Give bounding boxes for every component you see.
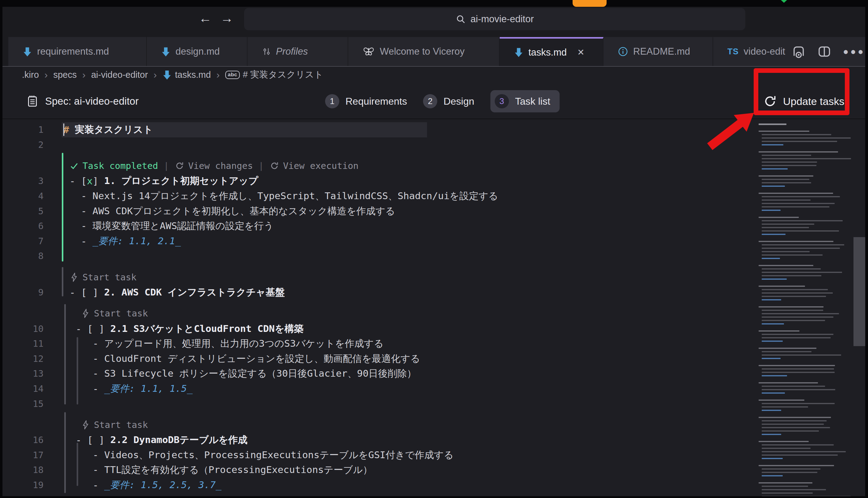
tab-bar: requirements.mddesign.mdProfilesWelcome … [2, 37, 865, 66]
editor-actions: ●●● [786, 37, 865, 66]
editor-line[interactable]: 12- CloudFront ディストリビューションを設定し、動画配信を最適化す… [2, 351, 865, 366]
task-block-guide [77, 337, 78, 404]
editor-line[interactable]: 20 [2, 493, 865, 496]
line-number: 1 [2, 124, 43, 135]
screen: ← → ai-movie-editor requirements.mddesig… [0, 0, 868, 498]
kiro-editor-window: ← → ai-movie-editor requirements.mddesig… [2, 7, 865, 496]
view-sync-icon [269, 161, 279, 171]
breadcrumb-separator: › [216, 69, 220, 81]
spec-title-label: Spec: ai-video-editor [45, 95, 139, 107]
menubar-orange-indicator [573, 0, 607, 7]
info-icon [618, 46, 628, 57]
lens-action-start-task[interactable]: Start task [69, 272, 137, 283]
notepad-icon [27, 95, 38, 108]
line-number: 12 [2, 354, 43, 364]
tab-profiles[interactable]: Profiles [247, 37, 348, 66]
line-number: 13 [2, 368, 43, 379]
editor-line[interactable]: 6- 環境変数管理とAWS認証情報の設定を行う [2, 219, 865, 234]
task-block-guide [64, 412, 66, 493]
editor-line[interactable]: 9- [ ] 2. AWS CDK インフラストラクチャ基盤 [2, 285, 865, 300]
screencast-icon[interactable] [791, 44, 806, 59]
line-number: 9 [2, 287, 43, 298]
editor-line[interactable]: 14- _要件: 1.1, 1.5_ [2, 381, 865, 396]
editor-line[interactable]: 2 [2, 137, 865, 153]
step-label: Task list [515, 96, 550, 107]
line-number: 4 [2, 191, 43, 201]
code-lens-row: Start task [2, 411, 865, 433]
editor-line[interactable]: 10- [ ] 2.1 S3バケットとCloudFront CDNを構築 [2, 321, 865, 336]
tab-tasks-md[interactable]: tasks.md✕ [500, 37, 603, 66]
tab-readme-md[interactable]: README.md [603, 37, 713, 66]
lens-action-view-changes[interactable]: View changes [175, 160, 253, 171]
breadcrumb-item[interactable]: tasks.md [162, 70, 211, 80]
editor-pane[interactable]: 1# 実装タスクリスト2Task completed|View changes|… [2, 120, 865, 496]
editor-scrollbar[interactable] [854, 237, 865, 346]
more-actions-icon[interactable]: ●●● [843, 46, 865, 57]
tab-video-edit[interactable]: TSvideo-edit [713, 37, 793, 66]
lens-separator: | [162, 160, 170, 171]
start-task-bolt-icon [81, 420, 90, 430]
close-tab-icon[interactable]: ✕ [577, 47, 584, 57]
line-number: 11 [2, 338, 43, 349]
editor-line[interactable]: 3- [x] 1. プロジェクト初期セットアップ [2, 173, 865, 189]
breadcrumb-item[interactable]: specs [53, 70, 77, 80]
lens-action-view-execution[interactable]: View execution [269, 160, 358, 171]
check-icon [69, 161, 79, 170]
editor-line[interactable]: 19- _要件: 1.5, 2.5, 3.7_ [2, 477, 865, 493]
lens-separator: | [257, 160, 265, 171]
tab-label: requirements.md [37, 46, 109, 57]
command-search-input[interactable]: ai-movie-editor [244, 8, 745, 30]
spec-step-task-list[interactable]: 3Task list [490, 90, 560, 113]
markdown-file-icon [514, 47, 523, 57]
spec-step-design[interactable]: 2Design [423, 94, 474, 108]
editor-line[interactable]: 18- TTL設定を有効化する（ProcessingExecutionsテーブル… [2, 462, 865, 477]
task-block-guide [77, 443, 78, 486]
minimap[interactable] [758, 123, 853, 496]
search-icon [456, 14, 466, 24]
line-number: 18 [2, 465, 43, 475]
breadcrumb-separator: › [154, 69, 157, 81]
code-lens-row: Task completed|View changes|View executi… [2, 152, 865, 173]
breadcrumb-separator: › [82, 69, 86, 81]
line-number: 2 [2, 140, 43, 150]
step-number: 1 [325, 94, 339, 108]
breadcrumb-item[interactable]: abc# 実装タスクリスト [225, 68, 323, 81]
editor-line[interactable]: 15 [2, 396, 865, 411]
abc-symbol-icon: abc [225, 71, 240, 79]
tab-welcome-to-viceroy[interactable]: Welcome to Viceroy [348, 37, 500, 66]
editor-line[interactable]: 17- Videos、Projects、ProcessingExecutions… [2, 448, 865, 463]
lens-action-start-task[interactable]: Start task [81, 308, 148, 319]
search-value: ai-movie-editor [470, 14, 534, 25]
history-forward-button[interactable]: → [220, 11, 234, 25]
step-number: 2 [423, 94, 437, 108]
spec-steps: 1Requirements2Design3Task list [325, 83, 560, 119]
tab-requirements-md[interactable]: requirements.md [8, 37, 147, 66]
markdown-file-icon [162, 70, 172, 80]
lens-action-task-completed[interactable]: Task completed [69, 160, 158, 171]
editor-line[interactable]: 13- S3 Lifecycle ポリシーを設定する（30日後Glacier、9… [2, 366, 865, 381]
tab-design-md[interactable]: design.md [147, 37, 247, 66]
line-number: 14 [2, 383, 43, 394]
line-number: 8 [2, 251, 43, 261]
history-back-button[interactable]: ← [198, 11, 212, 25]
editor-line[interactable]: 7- _要件: 1.1, 2.1_ [2, 234, 865, 249]
tab-label: README.md [633, 46, 690, 57]
spec-step-requirements[interactable]: 1Requirements [325, 94, 407, 108]
editor-line[interactable]: 8 [2, 249, 865, 264]
line-number: 5 [2, 206, 43, 217]
editor-line[interactable]: 11- アップロード用、処理用、出力用の3つのS3バケットを作成する [2, 336, 865, 351]
lens-action-start-task[interactable]: Start task [81, 420, 148, 430]
butterfly-icon [362, 46, 375, 57]
breadcrumb-item[interactable]: ai-video-editor [91, 70, 148, 80]
line-number: 10 [2, 324, 43, 334]
editor-line[interactable]: 16- [ ] 2.2 DynamoDBテーブルを作成 [2, 433, 865, 448]
tab-label: tasks.md [528, 47, 567, 58]
task-block-guide [62, 267, 63, 297]
spec-title: Spec: ai-video-editor [27, 83, 139, 119]
breadcrumb-item[interactable]: .kiro [22, 70, 39, 80]
split-editor-icon[interactable] [817, 44, 831, 59]
line-number: 19 [2, 480, 43, 490]
view-sync-icon [175, 161, 184, 171]
editor-line[interactable]: 4- Next.js 14プロジェクトを作成し、TypeScript、Tailw… [2, 189, 865, 204]
editor-line[interactable]: 5- AWS CDKプロジェクトを初期化し、基本的なスタック構造を作成する [2, 204, 865, 219]
